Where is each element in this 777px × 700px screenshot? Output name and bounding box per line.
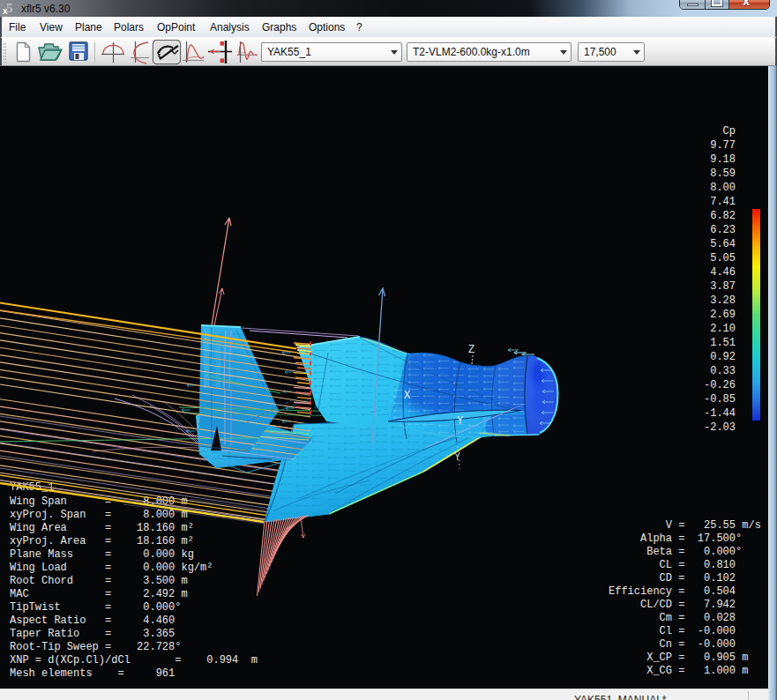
svg-text:Beta = 0.000°: Beta = 0.000° xyxy=(609,546,742,558)
svg-text:1.51: 1.51 xyxy=(710,337,736,349)
svg-text:CD = 0.102: CD = 0.102 xyxy=(609,572,736,585)
svg-text:2.69: 2.69 xyxy=(710,309,736,321)
svg-text:0.92: 0.92 xyxy=(710,351,736,363)
svg-text:Y: Y xyxy=(457,415,463,428)
svg-text:Mesh elements = 961: Mesh elements = 961 xyxy=(10,667,175,680)
svg-text:3.28: 3.28 xyxy=(710,294,736,307)
svg-text:X_CP = 0.905 m: X_CP = 0.905 m xyxy=(609,652,748,664)
svg-text:Aspect Ratio = 4.460: Aspect Ratio = 4.460 xyxy=(10,614,175,627)
svg-text:Alpha = 17.500°: Alpha = 17.500° xyxy=(609,532,742,545)
svg-text:3.87: 3.87 xyxy=(710,280,736,293)
svg-text:CL = 0.810: CL = 0.810 xyxy=(609,559,736,571)
svg-text:0.33: 0.33 xyxy=(710,365,736,377)
svg-text:XNP = d(XCp.Cl)/dCl =: XNP = d(XCp.Cl)/dCl = 0.994 m xyxy=(10,654,258,666)
svg-text:4.46: 4.46 xyxy=(710,266,736,279)
svg-text:Wing Load = 0.000 kg/: Wing Load = 0.000 kg/m² xyxy=(10,562,213,574)
svg-text:CL/CD = 7.942: CL/CD = 7.942 xyxy=(609,599,736,611)
svg-text:x: x xyxy=(3,6,8,15)
svg-text:7.41: 7.41 xyxy=(710,196,736,208)
svg-text:5.05: 5.05 xyxy=(710,252,736,264)
svg-text:5.64: 5.64 xyxy=(710,238,736,250)
svg-text:Root-Tip Sweep = 22.728°: Root-Tip Sweep = 22.728° xyxy=(10,641,181,653)
svg-text:-1.44: -1.44 xyxy=(704,407,736,420)
svg-text:xyProj. Area = 18.160 m²: xyProj. Area = 18.160 m² xyxy=(10,535,194,547)
svg-text:X: X xyxy=(404,390,410,402)
svg-text:Cl = -0.000: Cl = -0.000 xyxy=(609,625,736,637)
svg-text:MAC = 2.492 m: MAC = 2.492 m xyxy=(10,588,188,600)
svg-text:2.10: 2.10 xyxy=(710,323,736,335)
svg-text:Cn = -0.000: Cn = -0.000 xyxy=(609,638,736,651)
svg-text:-0.85: -0.85 xyxy=(704,393,736,406)
svg-text:9.18: 9.18 xyxy=(710,153,736,166)
svg-text:Cm = 0.028: Cm = 0.028 xyxy=(609,612,736,624)
svg-text:Cp: Cp xyxy=(723,125,736,138)
svg-text:Wing Area = 18.160 m²: Wing Area = 18.160 m² xyxy=(10,522,194,534)
svg-text:Y: Y xyxy=(454,451,460,464)
svg-text:Z: Z xyxy=(468,344,474,356)
svg-text:X_CG = 1.000 m: X_CG = 1.000 m xyxy=(609,665,748,677)
svg-text:Efficiency = 0.504: Efficiency = 0.504 xyxy=(609,585,736,598)
svg-text:6.23: 6.23 xyxy=(710,224,736,236)
svg-text:V = 25.55 m/s: V = 25.55 m/s xyxy=(609,519,761,532)
svg-text:-2.03: -2.03 xyxy=(704,421,736,434)
svg-text:-0.26: -0.26 xyxy=(704,379,736,391)
svg-text:Plane Mass = 0.000 kg: Plane Mass = 0.000 kg xyxy=(10,548,194,561)
svg-text:Root Chord = 3.500 m: Root Chord = 3.500 m xyxy=(10,575,188,587)
svg-text:Taper Ratio = 3.365: Taper Ratio = 3.365 xyxy=(10,628,175,640)
svg-text:TipTwist = 0.000°: TipTwist = 0.000° xyxy=(10,601,181,614)
svg-text:6.82: 6.82 xyxy=(710,210,736,222)
svg-text:8.59: 8.59 xyxy=(710,168,736,180)
svg-text:8.00: 8.00 xyxy=(710,182,736,194)
svg-text:xyProj. Span = 8.000 m: xyProj. Span = 8.000 m xyxy=(10,509,188,521)
svg-text:9.77: 9.77 xyxy=(710,139,736,152)
